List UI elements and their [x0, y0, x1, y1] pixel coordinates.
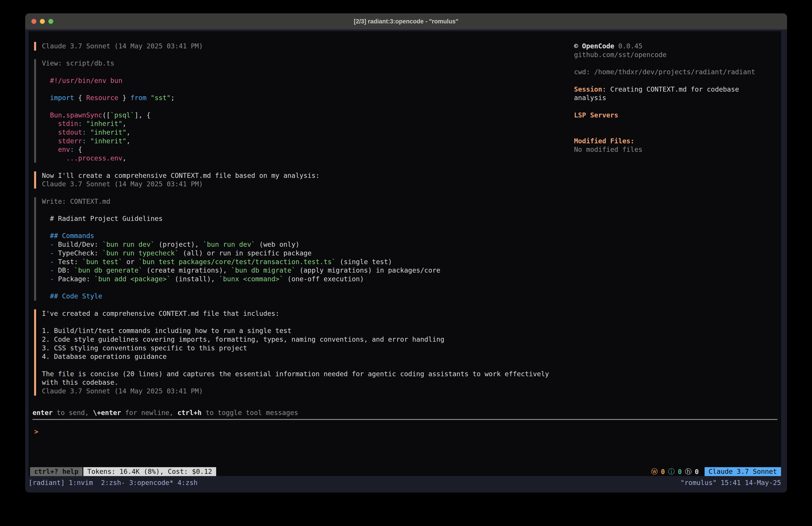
text-segment: [42, 145, 58, 153]
tokens-cost-badge: Tokens: 16.4K (8%), Cost: $0.12: [83, 467, 216, 476]
text-segment: ,: [122, 120, 126, 127]
terminal-row: github.com/sst/opencode: [574, 51, 779, 59]
terminal-row: Session: Creating CONTEXT.md for codebas…: [574, 85, 779, 94]
text-segment: 4. Database operations guidance: [42, 353, 167, 360]
text-segment: `bun db migrate`: [231, 266, 295, 274]
text-segment: © OpenCode: [574, 42, 614, 50]
terminal-row: [574, 76, 779, 85]
text-segment: (all) or run in specific package: [179, 249, 311, 257]
text-segment: -: [42, 241, 58, 248]
terminal-row: [42, 68, 608, 76]
text-segment: : Creating CONTEXT.md for codebase: [602, 85, 739, 93]
text-segment: "inherit": [90, 128, 127, 136]
text-segment: No modified files: [574, 145, 642, 153]
text-segment: "inherit": [86, 120, 122, 127]
terminal-row: Claude 3.7 Sonnet (14 May 2025 03:41 PM): [42, 42, 608, 51]
terminal-row: analysis: [574, 94, 779, 102]
text-segment: (apply migrations) in packages/core: [295, 266, 440, 274]
text-segment: stdout: [58, 128, 82, 136]
terminal-row: - Build/Dev: `bun run dev` (project), `b…: [42, 240, 608, 249]
text-segment: Build/Dev:: [58, 241, 102, 248]
text-segment: ## Commands: [42, 232, 94, 240]
model-badge[interactable]: Claude 3.7 Sonnet: [705, 467, 781, 476]
text-segment: Test:: [58, 258, 82, 266]
terminal-row: # Radiant Project Guidelines: [42, 214, 608, 223]
message-accent-bar: [34, 42, 36, 51]
terminal-row: LSP Servers: [574, 111, 779, 120]
diag-warn-icon: ⓦ: [651, 467, 658, 476]
terminal-row: #!/usr/bin/env bun: [42, 76, 608, 85]
terminal-row: Claude 3.7 Sonnet (14 May 2025 03:41 PM): [42, 180, 608, 188]
lsp-diagnostics: ⓦ0ⓘ0ⓗ0: [651, 467, 699, 476]
terminal-row: [42, 223, 608, 232]
text-segment: -: [42, 275, 58, 283]
help-badge[interactable]: ctrl+? help: [30, 467, 83, 476]
text-segment: [42, 120, 58, 127]
text-segment: Session: [574, 85, 602, 93]
text-segment: \+enter: [93, 409, 121, 416]
terminal-row: ## Code Style: [42, 292, 608, 301]
text-segment: ,: [122, 154, 126, 162]
text-segment: `bun run dev`: [203, 241, 255, 248]
terminal-row: with this codebase.: [42, 378, 608, 387]
terminal-row: Now I'll create a comprehensive CONTEXT.…: [42, 171, 608, 180]
text-segment: :: [78, 120, 82, 127]
terminal-row: View: script/db.ts: [42, 59, 608, 68]
terminal-row: - DB: `bun db generate` (create migratio…: [42, 266, 608, 275]
terminal-row: Write: CONTEXT.md: [42, 197, 608, 206]
terminal-row: stderr: "inherit",: [42, 137, 608, 145]
terminal-row: - Package: `bun add <package>` (install)…: [42, 275, 608, 284]
tool-message-block: View: script/db.ts #!/usr/bin/env bun im…: [29, 59, 608, 162]
text-segment: Claude 3.7 Sonnet (14 May 2025 03:41 PM): [42, 42, 203, 50]
text-segment: The file is concise (20 lines) and captu…: [42, 370, 549, 378]
text-segment: 1. Build/lint/test commands including ho…: [42, 327, 291, 335]
text-segment: 0.0.45: [614, 42, 642, 50]
text-segment: stdin: [58, 120, 78, 127]
terminal-row: © OpenCode 0.0.45: [574, 42, 779, 51]
terminal-row: 4. Database operations guidance: [42, 352, 608, 361]
prompt-input[interactable]: >: [34, 427, 38, 436]
text-segment: for newline,: [121, 409, 177, 416]
terminal-row: stdin: "inherit",: [42, 119, 608, 128]
terminal-row: Claude 3.7 Sonnet (14 May 2025 03:41 PM): [42, 387, 608, 396]
text-segment: Bun: [50, 111, 62, 119]
status-bar: ctrl+? help Tokens: 16.4K (8%), Cost: $0…: [29, 467, 781, 476]
text-segment: LSP Servers: [574, 111, 618, 119]
text-segment: {: [74, 94, 86, 102]
terminal-row: The file is concise (20 lines) and captu…: [42, 370, 608, 379]
text-segment: ;: [171, 94, 175, 102]
text-segment: Claude 3.7 Sonnet (14 May 2025 03:41 PM): [42, 180, 203, 188]
text-segment: :: [82, 137, 86, 145]
terminal-row: import { Resource } from "sst";: [42, 94, 608, 102]
text-segment: [86, 137, 90, 145]
tmux-status-bar: [radiant] 1:nvim 2:zsh- 3:opencode* 4:zs…: [29, 478, 781, 487]
terminal-row: [42, 85, 608, 94]
text-segment: TypeCheck:: [58, 249, 102, 257]
terminal-row: Bun.spawnSync([`psql`], {: [42, 111, 608, 120]
message-accent-bar: [34, 59, 36, 162]
text-segment: [147, 94, 151, 102]
terminal-row: - Test: `bun test` or `bun test packages…: [42, 258, 608, 266]
message-accent-bar: [34, 197, 36, 301]
text-segment: :: [70, 145, 74, 153]
text-segment: .: [62, 111, 66, 119]
terminal-area: Claude 3.7 Sonnet (14 May 2025 03:41 PM)…: [25, 29, 787, 493]
assistant-message-block: I've created a comprehensive CONTEXT.md …: [29, 309, 608, 396]
text-segment: 2. Code style guidelines covering import…: [42, 336, 444, 343]
text-segment: `bun add <package>`: [94, 275, 171, 283]
text-segment: [42, 128, 58, 136]
tmux-windows-list[interactable]: [radiant] 1:nvim 2:zsh- 3:opencode* 4:zs…: [29, 479, 680, 486]
text-segment: `psql`: [110, 111, 134, 119]
text-segment: {: [74, 145, 82, 153]
terminal-row: [42, 318, 608, 327]
text-segment: ], {: [134, 111, 150, 119]
keybinding-hint: enter to send, \+enter for newline, ctrl…: [32, 409, 298, 417]
terminal-window: [2/3] radiant:3:opencode - "romulus" Cla…: [25, 13, 787, 493]
text-segment: # Radiant Project Guidelines: [42, 215, 163, 223]
window-titlebar[interactable]: [2/3] radiant:3:opencode - "romulus": [25, 13, 787, 29]
text-segment: View: script/db.ts: [42, 59, 114, 67]
text-segment: `bun test`: [82, 258, 122, 266]
chat-blocks: Claude 3.7 Sonnet (14 May 2025 03:41 PM)…: [29, 42, 608, 404]
opencode-tui: Claude 3.7 Sonnet (14 May 2025 03:41 PM)…: [29, 31, 781, 476]
diag-info-count: 0: [678, 468, 682, 475]
